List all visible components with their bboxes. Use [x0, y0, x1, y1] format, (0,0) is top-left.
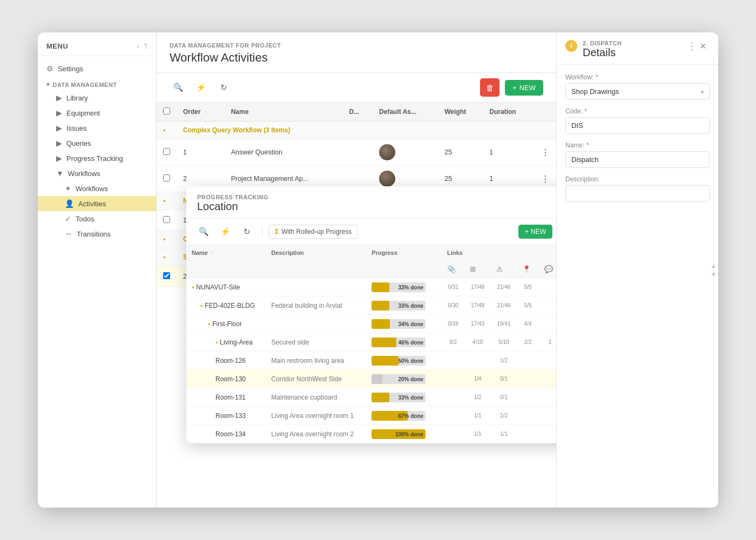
group-collapse-icon[interactable]: ▪	[163, 235, 165, 243]
pt-row-name-text: Room-126	[215, 357, 246, 364]
code-label: Code: *	[565, 107, 710, 115]
col-weight[interactable]: Weight	[438, 103, 483, 122]
row-duration: 1	[483, 139, 535, 166]
pt-refresh-button[interactable]: ↻	[238, 223, 255, 240]
pt-link-col-chat: 💬	[539, 261, 556, 278]
group-collapse-icon[interactable]: ▪	[163, 253, 165, 261]
list-item: ▪First-Floor34% done0/2817/4319/414/4⋮	[186, 315, 556, 333]
pt-col-progress[interactable]: Progress	[366, 245, 442, 261]
sidebar-section-data-management[interactable]: ▾ DATA MANAGEMENT	[38, 77, 156, 90]
sidebar-item-progress-tracking[interactable]: ▶ Progress Tracking	[38, 151, 156, 166]
progress-tracking-modal: PROGRESS TRACKING Location 🔍 ⚡ ↻ Σ With …	[186, 186, 556, 443]
code-input[interactable]	[565, 117, 710, 134]
pt-row-link: 1/4	[464, 370, 490, 388]
sidebar-item-settings[interactable]: ⚙ Settings	[38, 60, 156, 77]
pt-row-progress: 34% done	[366, 315, 442, 333]
row-checkbox[interactable]	[163, 148, 170, 155]
progress-bar-container: 34% done	[372, 319, 426, 329]
pt-row-name: Room-131	[186, 388, 266, 407]
new-button[interactable]: + NEW	[505, 80, 543, 96]
pt-row-name: Room-126	[186, 352, 266, 370]
link-count: 0/1	[496, 376, 511, 382]
pt-filter-button[interactable]: ⚡	[217, 223, 234, 240]
filter-button[interactable]: ⚡	[192, 79, 210, 96]
main-toolbar: 🔍 ⚡ ↻ 🗑 + NEW	[157, 73, 556, 103]
col-duration[interactable]: Duration	[483, 103, 535, 122]
sidebar-item-transitions[interactable]: ↔ Transitions	[38, 226, 156, 241]
workflow-select[interactable]: Shop Drawings	[565, 83, 710, 100]
search-button[interactable]: 🔍	[170, 79, 187, 96]
sidebar-item-issues[interactable]: ▶ Issues	[38, 120, 156, 136]
sidebar-item-workflows-parent[interactable]: ▼ Workflows	[38, 166, 156, 181]
sigma-icon: Σ	[275, 228, 279, 235]
sidebar-item-equipment-label: Equipment	[66, 109, 100, 117]
progress-bar-container: 20% done	[372, 374, 426, 384]
row-order: 1	[177, 139, 225, 166]
sidebar-item-library[interactable]: ▶ Library	[38, 90, 156, 105]
transitions-icon: ↔	[65, 230, 72, 238]
sidebar-item-queries[interactable]: ▶ Queries	[38, 136, 156, 151]
link-count: 21/46	[496, 302, 511, 308]
row-checkbox-checked[interactable]	[163, 272, 170, 279]
group-icon: ▪	[192, 284, 194, 291]
group-collapse-icon[interactable]: ▪	[163, 126, 165, 134]
sidebar-item-transitions-label: Transitions	[77, 230, 111, 238]
pt-row-description	[266, 278, 366, 296]
pt-row-link: 17/48	[464, 278, 490, 296]
col-name[interactable]: Name	[225, 103, 343, 122]
pt-row-progress: 20% done	[366, 370, 442, 388]
refresh-button[interactable]: ↻	[215, 79, 232, 96]
pt-col-description[interactable]: Description	[266, 245, 366, 261]
pt-row-link: 0/30	[442, 296, 464, 315]
pt-row-progress: 100% done	[366, 425, 442, 443]
pt-new-button[interactable]: + NEW	[518, 225, 552, 239]
sidebar-item-equipment[interactable]: ▶ Equipment	[38, 105, 156, 120]
help-icon[interactable]: ?	[144, 42, 147, 50]
pt-row-link: 0/31	[442, 278, 464, 296]
col-actions	[535, 103, 556, 122]
sidebar-item-activities[interactable]: 👤 Activities	[38, 196, 156, 211]
row-actions[interactable]: ⋮	[535, 139, 556, 166]
col-order[interactable]: Order ↑	[177, 103, 225, 122]
progress-bar-label: 100% done	[395, 431, 423, 437]
right-panel-titles: 2. DISPATCH Details	[583, 40, 622, 59]
pt-new-icon: +	[525, 228, 529, 235]
select-all-checkbox[interactable]	[163, 107, 170, 114]
pt-col-name[interactable]: Name ↑	[186, 245, 266, 261]
description-input[interactable]	[565, 185, 710, 202]
pt-row-link	[442, 425, 464, 443]
group-collapse-icon[interactable]: ▪	[163, 197, 165, 205]
sidebar-item-todos[interactable]: ✓ Todos	[38, 211, 156, 226]
sidebar-item-workflows[interactable]: ✦ Workflows	[38, 181, 156, 196]
pt-row-link	[539, 425, 556, 443]
pt-row-link: 4/10	[464, 333, 490, 352]
pt-rolled-up-button[interactable]: Σ With Rolled-up Progress	[269, 225, 357, 239]
scroll-up-icon[interactable]: ▲	[711, 262, 717, 269]
pt-row-link	[517, 425, 539, 443]
delete-button[interactable]: 🗑	[480, 78, 500, 97]
pt-row-link: 0/28	[442, 315, 464, 333]
pt-row-link: 17/48	[464, 296, 490, 315]
col-d[interactable]: D...	[342, 103, 373, 122]
field-description: Description:	[565, 176, 710, 202]
name-input[interactable]	[565, 151, 710, 168]
right-panel-more-button[interactable]: ⋮	[687, 40, 697, 52]
library-icon: ▶	[56, 93, 62, 102]
col-default-as[interactable]: Default As...	[373, 103, 438, 122]
list-item: ▪NUNAVUT-Site33% done0/3117/4821/465/5⋮	[186, 278, 556, 296]
collapse-icon[interactable]: ‹	[137, 42, 139, 50]
progress-bar-label: 46% done	[398, 339, 423, 345]
pt-row-name: ▪FED-402E-BLDG	[186, 296, 266, 315]
pt-row-link: 1/2	[464, 388, 490, 407]
right-panel-close-button[interactable]: ✕	[696, 40, 710, 52]
pt-link-col-attach: 📎	[442, 261, 464, 278]
link-count: 0/31	[447, 284, 459, 290]
row-checkbox[interactable]	[163, 174, 170, 181]
queries-icon: ▶	[56, 139, 62, 147]
scroll-down-icon[interactable]: ▼	[711, 271, 717, 278]
row-checkbox[interactable]	[163, 216, 170, 223]
sidebar: MENU ‹ ? ⚙ Settings ▾ DATA MANAGEMENT ▶ …	[38, 32, 157, 508]
list-item: ▪FED-402E-BLDGFederal building in Arviat…	[186, 296, 556, 315]
pt-search-button[interactable]: 🔍	[195, 223, 212, 240]
pt-row-link	[442, 407, 464, 425]
